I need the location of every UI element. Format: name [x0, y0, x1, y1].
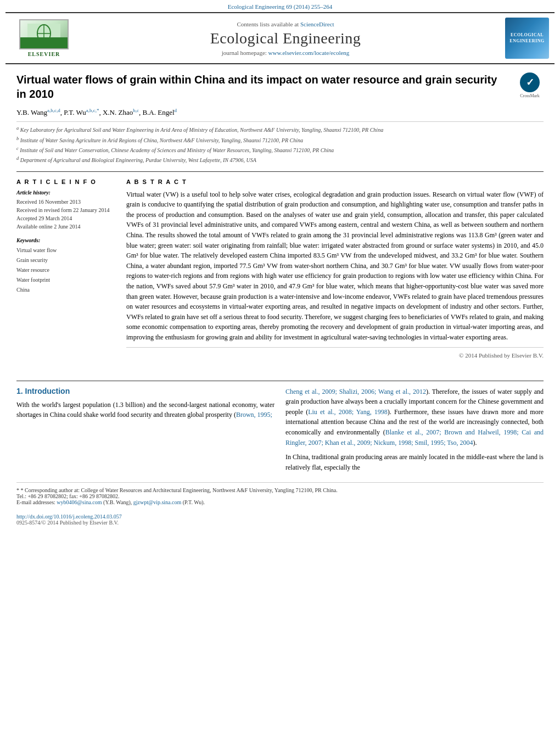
keywords-label: Keywords:	[16, 237, 115, 243]
article-title: Virtual water flows of grain within Chin…	[16, 72, 508, 101]
cite-liu-2008[interactable]: Liu et al., 2008; Yang, 1998	[308, 408, 388, 416]
affiliation-c: c Institute of Soil and Water Conservati…	[16, 146, 544, 154]
section-divider	[16, 381, 544, 381]
author-2: P.T. Wua,b,c,*	[64, 108, 99, 116]
journal-title: Ecological Engineering	[77, 30, 494, 47]
issn-line: 0925-8574/© 2014 Published by Elsevier B…	[16, 520, 544, 526]
footnote-email: E-mail addresses: wyb0406@sina.com (Y.B.…	[16, 499, 544, 505]
homepage-link[interactable]: www.elsevier.com/locate/ecoleng	[268, 49, 350, 56]
intro-title: 1. Introduction	[16, 387, 275, 395]
right-col: A B S T R A C T Virtual water (VW) is a …	[126, 178, 544, 359]
elsevier-logo-box	[19, 19, 69, 49]
article-info-heading: A R T I C L E I N F O	[16, 178, 115, 185]
author-3: X.N. Zhaob,c	[103, 108, 139, 116]
crossmark-icon: ✓	[526, 76, 534, 88]
online-date: Available online 2 June 2014	[16, 222, 115, 231]
elsevier-logo: ELSEVIER	[11, 19, 77, 57]
footnote-corresponding-text: * Corresponding author at: College of Wa…	[21, 487, 338, 493]
authors-line: Y.B. Wanga,b,c,d, P.T. Wua,b,c,*, X.N. Z…	[16, 108, 544, 117]
accepted-date: Accepted 29 March 2014	[16, 214, 115, 222]
footnote-star: *	[16, 487, 19, 493]
email-1-link[interactable]: wyb0406@sina.com	[57, 499, 102, 505]
author-4: B.A. Engeld	[142, 108, 177, 116]
keyword-4: Water footprint	[16, 275, 115, 285]
crossmark-label: CrossMark	[520, 93, 540, 98]
intro-text-right: Cheng et al., 2009; Shalizi, 2006; Wang …	[285, 387, 544, 473]
eco-logo-box: ECOLOGICALENGINEERING	[505, 18, 549, 59]
email-2-name: (P.T. Wu).	[183, 499, 205, 505]
email-label: E-mail addresses:	[16, 499, 55, 505]
section-number: 1.	[16, 387, 25, 395]
cite-cheng-2009[interactable]: Cheng et al., 2009; Shalizi, 2006; Wang …	[285, 388, 426, 395]
cite-brown-1995[interactable]: Brown, 1995;	[236, 411, 272, 419]
section-title: Introduction	[25, 387, 70, 395]
abstract-text: Virtual water (VW) is a useful tool to h…	[126, 189, 544, 343]
journal-homepage: journal homepage: www.elsevier.com/locat…	[77, 49, 494, 56]
main-content: Virtual water flows of grain within Chin…	[0, 64, 560, 375]
footnote-tel: Tel.: +86 29 87082802; fax: +86 29 87082…	[16, 493, 544, 499]
revised-date: Received in revised form 22 January 2014	[16, 206, 115, 214]
affiliation-a: a Key Laboratory for Agricultural Soil a…	[16, 125, 544, 134]
intro-text-left: With the world's largest population (1.3…	[16, 400, 275, 420]
svg-rect-1	[27, 37, 60, 46]
copyright-line: © 2014 Published by Elsevier B.V.	[126, 347, 544, 359]
header-center: Contents lists available at ScienceDirec…	[77, 21, 494, 56]
intro-para-right-2: In China, traditional grain producing ar…	[285, 452, 544, 472]
doi-line: http://dx.doi.org/10.1016/j.ecoleng.2014…	[16, 514, 544, 520]
sciencedirect-link[interactable]: ScienceDirect	[300, 21, 334, 27]
left-col: A R T I C L E I N F O Article history: R…	[16, 178, 115, 359]
doi-link[interactable]: http://dx.doi.org/10.1016/j.ecoleng.2014…	[16, 514, 122, 520]
intro-para-1: With the world's largest population (1.3…	[16, 400, 275, 420]
crossmark-circle: ✓	[520, 72, 540, 92]
abstract-heading: A B S T R A C T	[126, 178, 544, 185]
affiliation-b: b Institute of Water Saving Agriculture …	[16, 136, 544, 144]
keyword-2: Grain security	[16, 255, 115, 265]
keyword-5: China	[16, 285, 115, 295]
article-title-section: Virtual water flows of grain within Chin…	[16, 72, 544, 101]
journal-ref-text: Ecological Engineering 69 (2014) 255–264	[228, 3, 333, 10]
intro-right: Cheng et al., 2009; Shalizi, 2006; Wang …	[285, 387, 544, 477]
two-col-section: A R T I C L E I N F O Article history: R…	[16, 171, 544, 359]
page-wrapper: Ecological Engineering 69 (2014) 255–264…	[0, 0, 560, 526]
cite-blanke-2007[interactable]: Blanke et al., 2007; Brown and Halweil, …	[285, 428, 544, 447]
eco-logo-text: ECOLOGICALENGINEERING	[509, 32, 544, 44]
intro-section: 1. Introduction With the world's largest…	[0, 387, 560, 477]
affiliations: a Key Laboratory for Agricultural Soil a…	[16, 121, 544, 164]
footnote-area: * * Corresponding author at: College of …	[16, 482, 544, 526]
contents-line: Contents lists available at ScienceDirec…	[77, 21, 494, 27]
journal-ref-bar: Ecological Engineering 69 (2014) 255–264	[0, 0, 560, 12]
email-1-name: (Y.B. Wang),	[103, 499, 132, 505]
elsevier-text: ELSEVIER	[28, 51, 60, 57]
history-label: Article history:	[16, 189, 115, 196]
abstract-paragraph: Virtual water (VW) is a useful tool to h…	[126, 189, 544, 343]
author-1: Y.B. Wanga,b,c,d	[16, 108, 60, 116]
keyword-3: Water resource	[16, 265, 115, 275]
footnote-corresponding: * * Corresponding author at: College of …	[16, 487, 544, 493]
email-2-link[interactable]: gjzwpt@vip.sina.com	[133, 499, 182, 505]
header-area: ELSEVIER Contents lists available at Sci…	[5, 12, 555, 64]
crossmark-logo: ✓ CrossMark	[516, 72, 544, 98]
intro-left: 1. Introduction With the world's largest…	[16, 387, 275, 477]
keywords-section: Keywords: Virtual water flow Grain secur…	[16, 237, 115, 295]
keyword-1: Virtual water flow	[16, 246, 115, 255]
header-right: ECOLOGICALENGINEERING	[494, 18, 549, 59]
intro-para-right-1: Cheng et al., 2009; Shalizi, 2006; Wang …	[285, 387, 544, 448]
received-date: Received 16 November 2013	[16, 198, 115, 206]
affiliation-d: d Department of Agricultural and Biologi…	[16, 155, 544, 164]
header-left: ELSEVIER	[11, 19, 77, 57]
